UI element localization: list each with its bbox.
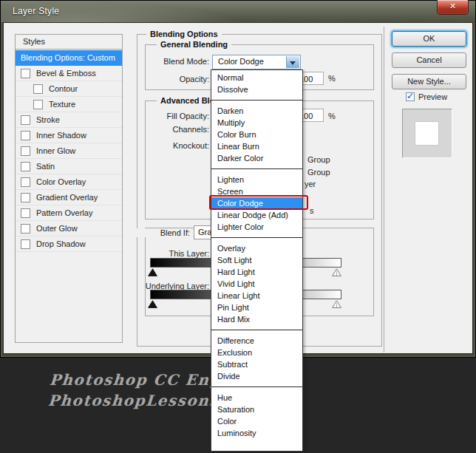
underlying-layer-black-slider-handle[interactable] — [148, 300, 157, 308]
blend-mode-menu: NormalDissolveDarkenMultiplyColor BurnLi… — [211, 69, 303, 452]
unchecked-checkbox-icon[interactable] — [21, 208, 30, 218]
clipped-label-fragment: s — [310, 206, 314, 215]
menu-separator — [211, 100, 302, 101]
menu-item-color-burn[interactable]: Color Burn — [211, 129, 302, 140]
unchecked-checkbox-icon[interactable] — [21, 131, 30, 140]
menu-item-difference[interactable]: Difference — [211, 335, 302, 347]
clipped-label-fragment: yer — [305, 180, 316, 188]
unchecked-checkbox-icon[interactable] — [21, 177, 30, 187]
menu-item-hue[interactable]: Hue — [211, 392, 302, 403]
sidebar-item-label: Gradient Overlay — [36, 191, 98, 205]
sidebar-item-stroke[interactable]: Stroke — [16, 112, 122, 128]
ok-button[interactable]: OK — [392, 31, 466, 47]
unchecked-checkbox-icon[interactable] — [21, 162, 30, 171]
unchecked-checkbox-icon[interactable] — [33, 84, 43, 94]
sidebar-item-label: Inner Shadow — [36, 129, 86, 143]
unchecked-checkbox-icon[interactable] — [21, 69, 30, 78]
menu-item-color[interactable]: Color — [211, 415, 302, 427]
close-icon: ✕ — [449, 1, 456, 10]
sidebar-item-satin[interactable]: Satin — [16, 159, 122, 174]
clipped-label-fragment: Group — [307, 168, 330, 177]
preview-swatch — [415, 122, 438, 145]
styles-list: Blending Options: CustomBevel & EmbossCo… — [15, 49, 123, 343]
menu-item-normal[interactable]: Normal — [211, 72, 302, 84]
menu-item-multiply[interactable]: Multiply — [211, 117, 302, 129]
general-blending-title: General Blending — [157, 40, 231, 49]
sidebar-item-color-overlay[interactable]: Color Overlay — [16, 174, 122, 190]
blend-mode-value: Color Dodge — [218, 57, 264, 66]
preview-label: Preview — [418, 92, 447, 101]
channels-label: Channels: — [111, 125, 209, 134]
panel-divider — [384, 27, 384, 352]
menu-item-divide[interactable]: Divide — [211, 370, 302, 382]
unchecked-checkbox-icon[interactable] — [33, 100, 43, 109]
menu-item-vivid-light[interactable]: Vivid Light — [211, 278, 302, 290]
menu-separator — [211, 386, 302, 387]
menu-item-linear-light[interactable]: Linear Light — [211, 290, 302, 302]
sidebar-item-label: Outer Glow — [36, 222, 78, 236]
sidebar-item-pattern-overlay[interactable]: Pattern Overlay — [16, 205, 122, 221]
unchecked-checkbox-icon[interactable] — [21, 239, 30, 249]
sidebar-item-label: Inner Glow — [36, 144, 75, 158]
menu-item-luminosity[interactable]: Luminosity — [211, 427, 302, 439]
this-layer-white-slider-handle[interactable] — [332, 268, 341, 276]
menu-item-soft-light[interactable]: Soft Light — [211, 254, 302, 266]
unchecked-checkbox-icon[interactable] — [21, 146, 30, 156]
menu-item-linear-dodge-add[interactable]: Linear Dodge (Add) — [211, 209, 302, 221]
menu-separator — [211, 330, 302, 330]
sidebar-item-label: Pattern Overlay — [36, 206, 92, 220]
screenshot-root: Layer Style ✕ Styles Blending Options: C… — [0, 0, 476, 453]
sidebar-item-inner-shadow[interactable]: Inner Shadow — [16, 128, 122, 143]
sidebar-item-gradient-overlay[interactable]: Gradient Overlay — [16, 190, 122, 205]
menu-item-hard-mix[interactable]: Hard Mix — [211, 313, 302, 325]
menu-item-lighten[interactable]: Lighten — [211, 174, 302, 185]
blend-mode-select[interactable]: Color Dodge — [212, 55, 301, 69]
menu-item-darken[interactable]: Darken — [211, 105, 302, 117]
menu-item-overlay[interactable]: Overlay — [211, 242, 302, 254]
menu-item-darker-color[interactable]: Darker Color — [211, 152, 302, 164]
menu-item-exclusion[interactable]: Exclusion — [211, 347, 302, 358]
close-button[interactable]: ✕ — [437, 0, 469, 15]
check-icon: ✓ — [407, 91, 414, 101]
sidebar-item-inner-glow[interactable]: Inner Glow — [16, 143, 122, 159]
this-layer-black-slider-handle[interactable] — [148, 268, 157, 276]
sidebar-item-contour[interactable]: Contour — [16, 81, 122, 97]
unchecked-checkbox-icon[interactable] — [21, 115, 30, 125]
menu-item-linear-burn[interactable]: Linear Burn — [211, 140, 302, 152]
sidebar-item-bevel-emboss[interactable]: Bevel & Emboss — [16, 66, 122, 81]
chevron-down-icon[interactable] — [286, 56, 299, 68]
sidebar-item-texture[interactable]: Texture — [16, 97, 122, 112]
blend-if-label: Blend If: — [137, 228, 190, 237]
menu-item-subtract[interactable]: Subtract — [211, 358, 302, 370]
menu-item-color-dodge[interactable]: Color Dodge — [211, 197, 302, 209]
sidebar-item-label: Stroke — [36, 113, 60, 127]
menu-item-pin-light[interactable]: Pin Light — [211, 302, 302, 313]
sidebar-item-label: Satin — [36, 160, 55, 174]
menu-item-dissolve[interactable]: Dissolve — [211, 84, 302, 95]
sidebar-item-drop-shadow[interactable]: Drop Shadow — [16, 236, 122, 252]
menu-item-screen[interactable]: Screen — [211, 185, 302, 197]
preview-checkbox[interactable]: ✓ — [406, 92, 415, 101]
title-bar[interactable] — [1, 1, 475, 22]
unchecked-checkbox-icon[interactable] — [21, 224, 30, 234]
clipped-label-fragment: Group — [307, 155, 330, 164]
menu-item-hard-light[interactable]: Hard Light — [211, 266, 302, 278]
fill-opacity-unit: % — [328, 112, 336, 120]
unchecked-checkbox-icon[interactable] — [21, 193, 30, 202]
new-style-button[interactable]: New Style... — [392, 74, 466, 89]
sidebar-item-label: Drop Shadow — [36, 237, 86, 251]
cancel-button[interactable]: Cancel — [392, 52, 466, 68]
menu-separator — [211, 237, 302, 238]
sidebar-item-blending-options-custom[interactable]: Blending Options: Custom — [16, 50, 122, 66]
underlying-layer-white-slider-handle[interactable] — [332, 300, 341, 308]
menu-item-lighter-color[interactable]: Lighter Color — [211, 221, 302, 233]
sidebar-item-label: Blending Options: Custom — [21, 51, 115, 65]
knockout-label: Knockout: — [111, 141, 209, 150]
opacity-unit: % — [328, 74, 336, 83]
sidebar-item-outer-glow[interactable]: Outer Glow — [16, 221, 122, 236]
opacity-label: Opacity: — [111, 75, 209, 84]
window-title: Layer Style — [13, 6, 59, 16]
menu-item-saturation[interactable]: Saturation — [211, 403, 302, 415]
sidebar-item-label: Texture — [49, 98, 75, 112]
blend-mode-label: Blend Mode: — [111, 57, 209, 66]
